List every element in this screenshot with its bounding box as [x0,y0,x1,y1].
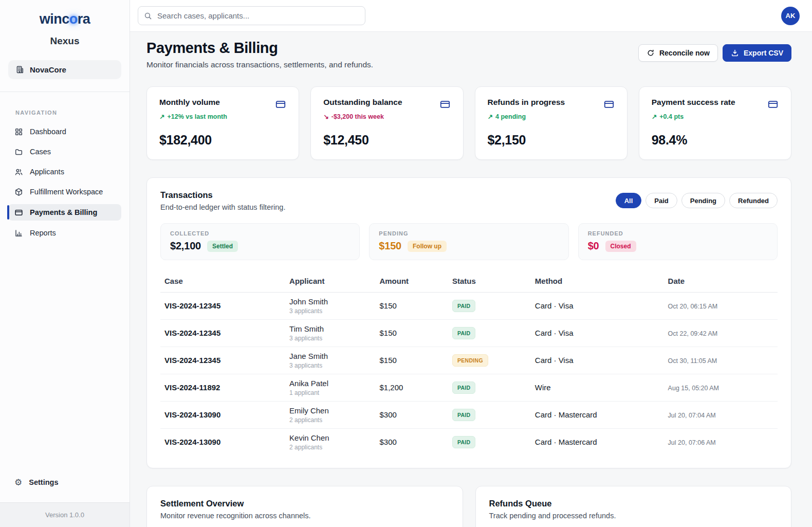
export-csv-button[interactable]: Export CSV [723,44,791,62]
topbar: AK [130,0,812,32]
sidebar-item-label: Fulfillment Workspace [30,188,103,196]
reconcile-label: Reconcile now [659,49,710,57]
trend-up-icon: ↗ [159,113,164,120]
payment-method: Card · Mastercard [535,410,597,419]
table-row[interactable]: VIS-2024-12345 Tim Smith 3 applicants $1… [160,320,778,347]
user-avatar[interactable]: AK [781,7,800,25]
stat-delta: ↗ +0.4 pts [652,113,779,120]
sidebar-item-dashboard[interactable]: Dashboard [8,124,121,139]
transaction-date: Oct 30, 11:05 AM [668,357,717,365]
payment-method: Wire [535,383,551,392]
status-filter-group: All Paid Pending Refunded [616,193,778,208]
amount: $300 [379,410,396,419]
brand-logo: wincora [8,11,121,27]
settlement-overview-panel: Settlement Overview Monitor revenue reco… [146,486,463,527]
applicant-name: Emily Chen [289,406,371,415]
applicant-count: 3 applicants [289,362,371,369]
transactions-subtitle: End-to-end ledger with status filtering. [160,203,285,211]
logo-text: ra [78,11,90,27]
stat-title: Outstanding balance [323,98,402,107]
org-label: NovaCore [30,65,66,74]
applicant-name: Jane Smith [289,352,371,360]
sidebar-item-settings[interactable]: ⚙ Settings [0,474,130,491]
applicant-name: Kevin Chen [289,433,371,442]
refresh-icon [647,49,655,57]
status-badge: PAID [452,381,476,394]
sidebar-item-label: Cases [30,148,51,156]
trend-down-icon: ↘ [323,113,328,120]
stat-delta: ↗ 4 pending [488,113,615,120]
table-row[interactable]: VIS-2024-13090 Emily Chen 2 applicants $… [160,402,778,429]
summary-value: $2,100 [170,240,201,252]
search-input[interactable] [138,6,365,25]
search-icon [144,12,152,20]
reconcile-now-button[interactable]: Reconcile now [638,44,718,62]
transactions-table: Case Applicant Amount Status Method Date… [160,274,778,456]
summary-label: PENDING [379,230,559,237]
case-id: VIS-2024-12345 [164,301,220,310]
amount: $150 [379,356,396,365]
table-row[interactable]: VIS-2024-13090 Kevin Chen 2 applicants $… [160,429,778,456]
stat-value: $2,150 [488,133,615,148]
stat-value: $12,450 [323,133,450,148]
sidebar-item-label: Payments & Billing [30,208,97,216]
search-container [138,6,365,25]
applicant-name: Tim Smith [289,324,371,333]
amount: $150 [379,329,396,337]
people-icon [14,168,23,176]
logo-glow-letter: o [69,11,78,27]
status-badge: PAID [452,300,476,312]
credit-card-icon [603,99,615,110]
case-id: VIS-2024-12345 [164,356,220,365]
table-header-row: Case Applicant Amount Status Method Date [160,274,778,293]
applicant-name: John Smith [289,297,371,306]
logo-text: winc [40,11,69,27]
stat-card-payment-success-rate: Payment success rate ↗ +0.4 pts 98.4% [639,86,791,160]
filter-refunded[interactable]: Refunded [729,193,778,208]
applicant-count: 3 applicants [289,307,371,315]
status-badge: PAID [452,409,476,421]
sidebar-item-label: Applicants [30,168,64,176]
org-switcher-novacore[interactable]: NovaCore [8,60,121,79]
transactions-panel: Transactions End-to-end ledger with stat… [146,177,791,468]
sidebar-item-applicants[interactable]: Applicants [8,164,121,179]
amount: $1,200 [379,383,403,392]
table-row[interactable]: VIS-2024-12345 Jane Smith 3 applicants $… [160,347,778,374]
transactions-title: Transactions [160,190,285,200]
filter-paid[interactable]: Paid [645,193,677,208]
stat-card-outstanding-balance: Outstanding balance ↘ -$3,200 this week … [310,86,463,160]
sidebar-item-cases[interactable]: Cases [8,144,121,159]
page-heading: Payments & Billing Monitor financials ac… [146,40,373,69]
stat-title: Monthly volume [159,98,220,107]
settlement-title: Settlement Overview [160,499,449,508]
applicant-count: 2 applicants [289,444,371,451]
stat-delta: ↘ -$3,200 this week [323,113,450,120]
filter-pending[interactable]: Pending [681,193,725,208]
applicant-name: Anika Patel [289,379,371,388]
sidebar-item-payments-billing[interactable]: Payments & Billing [8,204,121,221]
trend-up-icon: ↗ [652,113,657,120]
grid-icon [14,128,23,136]
page-content: Payments & Billing Monitor financials ac… [130,32,812,527]
col-header-applicant: Applicant [285,274,375,293]
case-id: VIS-2024-13090 [164,438,220,446]
gear-icon: ⚙ [14,478,22,487]
col-header-method: Method [531,274,664,293]
settled-badge: Settled [207,241,238,252]
status-badge: PAID [452,327,476,339]
page-subtitle: Monitor financials across transactions, … [146,60,373,69]
table-row[interactable]: VIS-2024-11892 Anika Patel 1 applicant $… [160,374,778,402]
payment-method: Card · Mastercard [535,438,597,446]
sidebar-item-reports[interactable]: Reports [8,225,121,241]
sidebar-item-label: Reports [30,229,56,237]
summary-pending: PENDING $150 Follow up [369,223,568,260]
version-label: Version 1.0.0 [0,502,130,527]
filter-all[interactable]: All [616,193,642,208]
product-name: Nexus [8,35,121,47]
refunds-queue-subtitle: Track pending and processed refunds. [489,512,778,520]
sidebar-item-label: Dashboard [30,128,66,136]
summary-refunded: REFUNDED $0 Closed [578,223,778,260]
transaction-date: Oct 22, 09:42 AM [668,330,718,337]
table-row[interactable]: VIS-2024-12345 John Smith 3 applicants $… [160,293,778,320]
sidebar-item-fulfillment[interactable]: Fulfillment Workspace [8,184,121,199]
